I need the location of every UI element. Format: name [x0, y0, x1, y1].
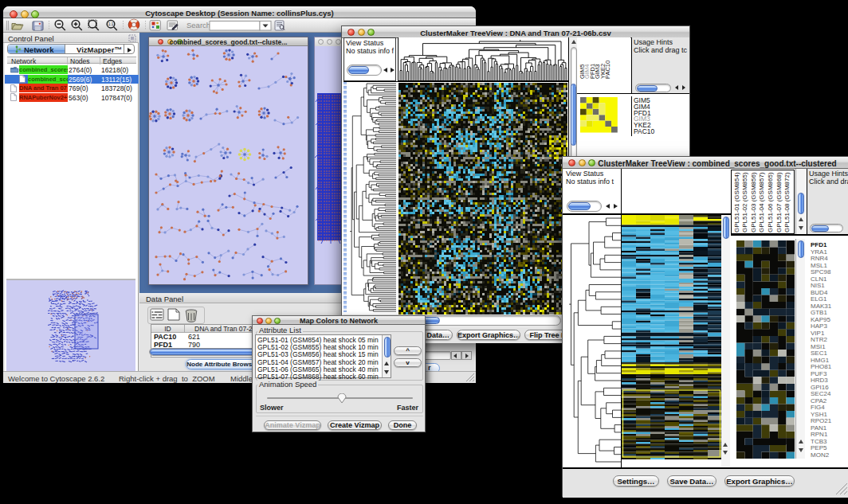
svg-text:1:1: 1:1 — [108, 22, 114, 26]
svg-text:Search:: Search: — [186, 21, 213, 29]
